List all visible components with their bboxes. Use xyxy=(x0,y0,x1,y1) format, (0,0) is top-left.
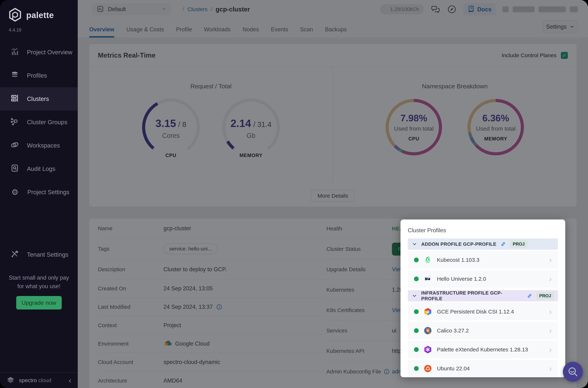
chevron-right-icon: › xyxy=(549,364,552,372)
layer-name: Palette eXtended Kubernetes 1.28.13 xyxy=(437,346,528,353)
layer-name: GCE Persistent Disk CSI 1.12.4 xyxy=(437,309,514,315)
addon-profile-section-header[interactable]: ADDON PROFILE GCP-PROFILE PROJ xyxy=(408,239,558,250)
search-smile-icon xyxy=(567,366,579,377)
upgrade-now-button[interactable]: Upgrade now xyxy=(16,296,62,310)
main-area: Default / Clusters / gcp-cluster 1.29/10… xyxy=(78,0,588,388)
sidebar-item-label: Project Settings xyxy=(27,189,69,196)
gear-icon: ⚙ xyxy=(11,188,19,196)
sidebar-item-tenant-settings[interactable]: Tenant Settings xyxy=(0,243,78,266)
collapse-sidebar-icon[interactable]: ‹ xyxy=(69,376,71,385)
infrastructure-profile-section-header[interactable]: INFRASTRUCTURE PROFILE GCP-PROFILE PROJ xyxy=(408,290,558,301)
bar-chart-icon xyxy=(11,47,19,57)
upgrade-promo: Start small and only pay for what you us… xyxy=(0,274,78,291)
hello-universe-icon xyxy=(423,274,432,283)
sidebar-item-label: Audit Logs xyxy=(27,165,55,172)
infrastructure-profile-title: INFRASTRUCTURE PROFILE GCP-PROFILE xyxy=(421,290,523,301)
chevron-right-icon: › xyxy=(549,256,552,264)
chevron-right-icon: › xyxy=(549,308,552,316)
addon-profile-title: ADDON PROFILE GCP-PROFILE xyxy=(421,241,497,247)
profile-layer-gce-disk[interactable]: GCE Persistent Disk CSI 1.12.4 › xyxy=(408,303,558,320)
sidebar-item-project-overview[interactable]: Project Overview xyxy=(0,41,78,64)
chevron-right-icon: › xyxy=(549,345,552,354)
sidebar-item-label: Tenant Settings xyxy=(27,251,68,258)
status-dot xyxy=(414,276,419,281)
doc-search-icon xyxy=(11,164,19,174)
status-dot xyxy=(414,309,419,314)
cluster-profiles-panel: Cluster Profiles ADDON PROFILE GCP-PROFI… xyxy=(401,219,565,377)
chevron-down-icon xyxy=(412,293,417,299)
profile-layer-kubecost[interactable]: Kubecost 1.103.3 › xyxy=(408,251,558,269)
sidebar-item-label: Profiles xyxy=(27,72,47,79)
status-dot xyxy=(414,258,419,262)
palette-logo-icon xyxy=(8,8,22,23)
brand-primary: spectro xyxy=(19,377,37,383)
app-window: palette 4.4.19 Project Overview Profiles… xyxy=(0,0,588,388)
sidebar-item-project-settings[interactable]: ⚙ Project Settings xyxy=(0,181,78,204)
profile-layer-calico[interactable]: Calico 3.27.2 › xyxy=(408,322,558,339)
layer-name: Ubuntu 22.04 xyxy=(437,365,470,372)
calico-icon xyxy=(423,326,432,335)
sidebar-item-label: Workspaces xyxy=(27,142,60,149)
logo-block: palette 4.4.19 xyxy=(0,0,78,41)
chevron-right-icon: › xyxy=(549,275,552,283)
sidebar-item-label: Cluster Groups xyxy=(27,119,67,126)
brand-text: spectrocloud xyxy=(19,377,51,384)
proj-scope-badge: PROJ xyxy=(536,292,554,299)
logo-text: palette xyxy=(26,10,54,20)
layer-name: Hello Universe 1.2.0 xyxy=(437,276,486,282)
sidebar-item-cluster-groups[interactable]: Cluster Groups xyxy=(0,111,78,134)
status-dot xyxy=(414,328,419,333)
layer-name: Kubecost 1.103.3 xyxy=(437,257,479,263)
profile-layer-ubuntu[interactable]: Ubuntu 22.04 › xyxy=(408,360,558,377)
layers-icon xyxy=(11,71,19,80)
sidebar-item-profiles[interactable]: Profiles xyxy=(0,64,78,87)
status-dot xyxy=(414,366,419,371)
promo-line-2: for what you use! xyxy=(0,282,78,291)
tools-icon xyxy=(11,250,19,260)
chevron-down-icon xyxy=(412,241,417,247)
cluster-profiles-title: Cluster Profiles xyxy=(408,227,558,234)
server-rows-icon xyxy=(11,94,19,104)
gce-persistent-disk-icon xyxy=(423,307,432,316)
kubecost-icon xyxy=(423,256,432,264)
pxk-icon xyxy=(423,345,432,354)
sidebar-footer: spectrocloud ‹ xyxy=(0,372,78,388)
sidebar-item-label: Clusters xyxy=(27,96,49,102)
assistant-search-fab[interactable] xyxy=(563,362,583,382)
link-icon xyxy=(527,293,532,299)
sidebar-item-workspaces[interactable]: Workspaces xyxy=(0,134,78,157)
promo-line-1: Start small and only pay xyxy=(0,274,78,282)
proj-scope-badge: PROJ xyxy=(510,241,528,248)
status-dot xyxy=(414,347,419,352)
orbit-icon xyxy=(11,141,19,150)
sidebar-item-audit-logs[interactable]: Audit Logs xyxy=(0,157,78,181)
sidebar-item-label: Project Overview xyxy=(27,49,72,56)
sidebar-item-clusters[interactable]: Clusters xyxy=(0,87,78,111)
link-icon xyxy=(500,241,506,247)
app-version: 4.4.19 xyxy=(9,27,78,33)
sidebar: palette 4.4.19 Project Overview Profiles… xyxy=(0,0,78,388)
spectro-cloud-logo-icon xyxy=(5,375,16,386)
ubuntu-icon xyxy=(423,364,432,373)
chevron-right-icon: › xyxy=(549,327,552,335)
network-icon xyxy=(11,117,19,127)
layer-name: Calico 3.27.2 xyxy=(437,328,469,334)
brand-secondary: cloud xyxy=(38,377,51,383)
sidebar-menu: Project Overview Profiles Clusters Clust… xyxy=(0,41,78,266)
profile-layer-hello-universe[interactable]: Hello Universe 1.2.0 › xyxy=(408,270,558,288)
profile-layer-palette-extended-kubernetes[interactable]: Palette eXtended Kubernetes 1.28.13 › xyxy=(408,341,558,358)
